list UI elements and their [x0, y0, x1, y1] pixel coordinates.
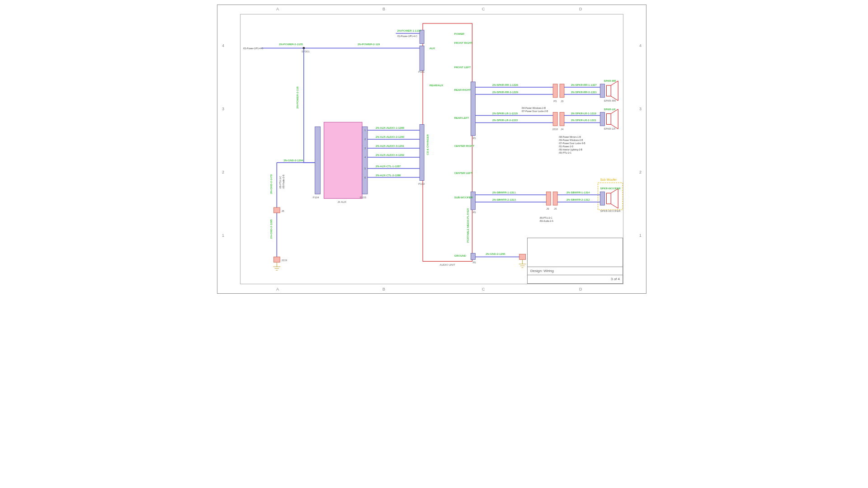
net-aux3: 2N-AUX-AUDIO-3-1291 — [376, 145, 405, 147]
row-label-4-r: 4 — [639, 43, 642, 48]
net-sw1: 2N-SBWFR-1-1311 — [492, 191, 516, 194]
col-label-d-top: D — [579, 7, 582, 11]
col-label-b-top: B — [382, 7, 385, 11]
cross-sub-a: /05-PTU-2-C — [539, 217, 552, 219]
title-block-page: 3 of 4 — [528, 275, 623, 283]
sheet-border-inner: AUDIO UNIT CD & CHANGER PORTABLE MEDIA P… — [240, 14, 623, 284]
net-gnd-vert-upper: 2N-GND-2-1470 — [270, 174, 273, 194]
p5c-label: P5 — [472, 261, 476, 264]
row-label-3-l: 3 — [222, 107, 224, 111]
net-gnd-vert: 2N-GND-2-1295 — [270, 219, 273, 239]
speaker-rr-icon[interactable] — [606, 81, 618, 101]
row-label-3-r: 3 — [639, 107, 642, 111]
row-label-2-l: 2 — [222, 170, 224, 174]
port-rear-aux: REAR/AUX — [429, 84, 443, 87]
connector-p5-gnd[interactable] — [471, 253, 475, 259]
connector-p105[interactable] — [362, 127, 368, 194]
port-power: POWER — [454, 33, 465, 35]
col-label-b-bot: B — [382, 287, 385, 291]
net-lr2: 2N-SPKR-LR-2-1323 — [492, 119, 518, 122]
splice-j218[interactable] — [519, 254, 526, 259]
p104-label: P104 — [313, 196, 320, 199]
conn-spkr-rr[interactable] — [600, 84, 605, 98]
net-lr1: 2N-SPKR-LR-1-1319 — [492, 112, 518, 115]
conn-spkr-lr[interactable] — [600, 113, 605, 126]
sp301-label: SP301 — [302, 50, 310, 53]
port-front-left: FRONT LEFT — [454, 66, 471, 69]
cross-m4: /01-Power-2-D — [559, 145, 574, 148]
splice-p5-rr[interactable] — [553, 84, 557, 98]
spkr-rr-bot: SPKR-RR — [604, 99, 616, 102]
col-label-c-bot: C — [482, 287, 485, 291]
aux-block-label: J4 AUX — [337, 201, 346, 203]
cross-j8a: /05-PTU-1-C — [279, 176, 282, 188]
p5a-label: P5 — [472, 137, 476, 140]
net-gnd-audio: 2N-GND-2-1295 — [486, 253, 505, 255]
net-aux6: 2N-AUX-CTL-2-1288 — [376, 174, 401, 177]
net-power-top: 2N-POWER-1-1107 — [397, 29, 421, 32]
schematic-page: A B C D A B C D 4 3 2 1 4 3 2 1 AUDIO UN… — [108, 0, 760, 366]
splice-j4-lr[interactable] — [560, 113, 564, 126]
net-sw2b: 2N-SBWFR-2-1312 — [566, 198, 590, 201]
net-aux5: 2N-AUX-CTL-1-1287 — [376, 165, 401, 168]
net-lr1b: 2N-SPKR-LR-1-1319 — [571, 112, 597, 115]
splice-j210[interactable] — [553, 113, 557, 126]
speaker-sub-icon[interactable] — [606, 188, 618, 208]
port-front-right: FRONT RIGHT — [454, 42, 473, 44]
cross-j8b: /03-Radio-2-B — [283, 174, 285, 189]
j9a-label: J9 — [546, 207, 549, 210]
splice-j8[interactable] — [274, 207, 280, 213]
port-rear-right: REAR RIGHT — [454, 89, 471, 91]
connector-p101[interactable] — [420, 30, 424, 44]
net-gnd-left: 2N-GND-2-1294 — [283, 159, 303, 162]
j210-label: J210 — [552, 128, 558, 131]
net-rr2b: 2N-SPKR-RR-2-1321 — [571, 91, 597, 94]
cross-lr-b: /07-Power Door Locks-2-B — [522, 110, 548, 113]
device-audio-unit[interactable] — [423, 23, 472, 261]
spkr-sub-bot: SPKR-WOOFER — [600, 210, 621, 212]
net-aux2: 2N-AUX-AUDIO-2-1290 — [376, 136, 405, 138]
spkr-rr-top: SPKR-RR — [604, 80, 616, 82]
net-aux4: 2N-AUX-AUDIO-4-1292 — [376, 154, 405, 156]
net-rr1b: 2N-SPKR-RR-1-1327 — [571, 84, 597, 86]
connector-p103[interactable] — [420, 124, 424, 180]
subwoofer-title: Sub Woofer — [600, 178, 617, 181]
cross-m2: /09-Power Windows-2-B — [559, 139, 583, 141]
p5b-label: P5 — [472, 211, 476, 214]
cross-m1: /08-Power Mirrors-1-B — [559, 136, 581, 138]
row-label-4-l: 4 — [222, 43, 224, 48]
port-subwoofer: SUB-WOOFER — [454, 196, 473, 199]
spkr-sub-top: SPKR-WOOFER — [600, 187, 621, 190]
connector-p104[interactable] — [315, 127, 321, 194]
port-center-r: CENTER RIGHT — [454, 145, 475, 147]
net-power-vert: 2N-POWER-2-118 — [296, 86, 299, 109]
splice-j219[interactable] — [274, 257, 280, 262]
ground-symbol-right — [519, 259, 526, 267]
connector-aux-in-audio[interactable] — [420, 46, 424, 71]
spkr-lr-bot: SPKR-LR — [604, 127, 616, 130]
port-aux-left: AUX — [429, 47, 435, 50]
connector-p5-upper[interactable] — [471, 82, 475, 136]
net-rr2: 2N-SPKR-RR-2-1329 — [492, 91, 519, 94]
cross-lr-a: /04-Power Windows-2-B — [522, 107, 546, 109]
device-aux-block[interactable] — [324, 122, 362, 198]
wire-power-down[interactable] — [304, 48, 315, 163]
title-block: Design: Wiring 3 of 4 — [527, 238, 623, 284]
splice-j9a[interactable] — [546, 192, 551, 205]
port-rear-left: REAR LEFT — [454, 117, 469, 119]
cross-m3: /07-Power Door Locks-3-B — [559, 142, 585, 145]
p103-label: P103 — [418, 183, 425, 185]
speaker-lr-icon[interactable] — [606, 109, 618, 129]
splice-j3[interactable] — [560, 84, 564, 98]
audio-side-right: PORTABLE MEDIA PLAYER — [467, 208, 469, 243]
ground-symbol-left — [273, 262, 280, 270]
conn-spkr-sub[interactable] — [600, 192, 605, 205]
net-aux1: 2N-AUX-AUDIO-1-1289 — [376, 127, 405, 129]
splice-j9b[interactable] — [553, 192, 557, 205]
port-center-l: CENTER LEFT — [454, 172, 473, 174]
crossref-power-top: /01-Power-1/P1-4-O — [397, 35, 417, 38]
connector-p5-sub[interactable] — [471, 192, 475, 210]
title-block-design: Design: Wiring — [528, 267, 623, 275]
net-rr1: 2N-SPKR-RR-1-1326 — [492, 84, 519, 86]
col-label-d-bot: D — [579, 287, 582, 291]
